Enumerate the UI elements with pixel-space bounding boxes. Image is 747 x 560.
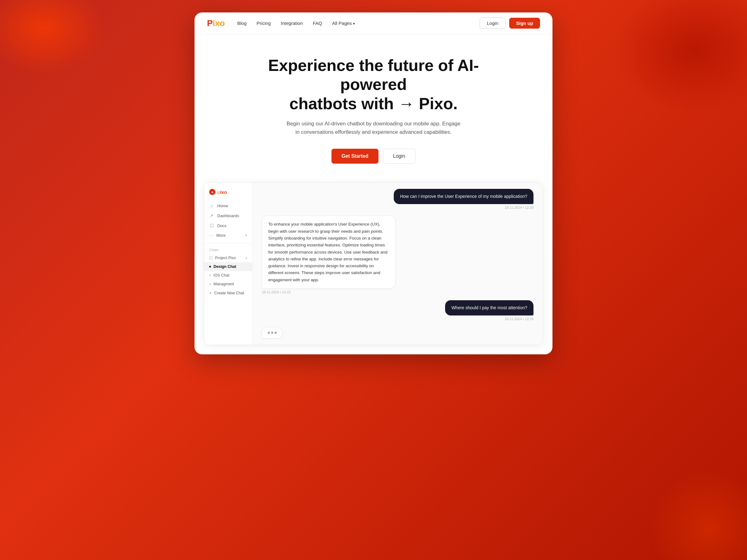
sidebar-item-home[interactable]: ⌂ Home	[204, 201, 252, 211]
typing-bubble	[262, 327, 283, 339]
chat-bullet-icon	[209, 283, 211, 285]
active-bullet-icon	[209, 266, 211, 268]
typing-dot-3	[275, 331, 277, 334]
project-pixo-chevron-icon: ▾	[246, 256, 247, 260]
nav-pricing[interactable]: Pricing	[256, 21, 271, 26]
ai-bubble-1: To enhance your mobile application's Use…	[262, 216, 395, 288]
all-pages-chevron-icon	[353, 21, 355, 26]
nav-blog[interactable]: Blog	[237, 21, 247, 26]
chats-section-label: Chats	[204, 247, 252, 254]
create-new-chat-button[interactable]: + Create New Chat	[204, 288, 252, 298]
navbar: Pixo Blog Pricing Integration FAQ All Pa…	[195, 12, 552, 34]
app-preview: ● pixo ⌂ Home ↗ Dashboards ☐ Docs ··· Mo…	[204, 182, 543, 345]
main-card: Pixo Blog Pricing Integration FAQ All Pa…	[195, 12, 552, 354]
docs-icon: ☐	[209, 223, 214, 228]
more-dots-icon: ···	[209, 233, 213, 238]
msg-timestamp-3: 18.11.2024 • 12:29	[505, 317, 534, 321]
dashboards-icon: ↗	[209, 213, 214, 218]
logo-text: P	[207, 18, 212, 28]
hero-subtitle: Begin using our AI-driven chatbot by dow…	[286, 119, 461, 136]
nav-actions: Login Sign up	[480, 18, 540, 29]
user-message-2: Where should I pay the most attention? 1…	[262, 300, 534, 321]
nav-links: Blog Pricing Integration FAQ All Pages	[237, 21, 480, 26]
msg-timestamp-2: 18.11.2024 • 12:22	[262, 290, 291, 294]
bg-blob-tr	[616, 0, 747, 112]
sidebar-item-dashboards[interactable]: ↗ Dashboards	[204, 211, 252, 220]
hero-title: Experience the future of AI-powered chat…	[261, 56, 486, 113]
more-chevron-icon: ▾	[245, 233, 247, 237]
plus-icon: +	[209, 291, 212, 296]
ai-message-1: To enhance your mobile application's Use…	[262, 216, 534, 294]
bg-blob-br	[647, 466, 747, 560]
sidebar-logo-icon: ●	[209, 189, 215, 195]
sidebar-chat-managment[interactable]: Managment	[204, 280, 252, 288]
hero-actions: Get Started Login	[207, 149, 540, 164]
folder-icon: ☐	[209, 256, 212, 260]
typing-dot-1	[268, 331, 270, 334]
nav-all-pages[interactable]: All Pages	[332, 21, 355, 26]
hero-login-button[interactable]: Login	[383, 149, 415, 164]
msg-timestamp-1: 18.11.2024 • 12:20	[505, 206, 534, 209]
home-icon: ⌂	[209, 203, 214, 208]
logo-text-rest: ixo	[212, 18, 225, 28]
sidebar-item-docs[interactable]: ☐ Docs	[204, 220, 252, 231]
nav-integration[interactable]: Integration	[281, 21, 303, 26]
sidebar-logo[interactable]: ● pixo	[204, 187, 252, 201]
hero-section: Experience the future of AI-powered chat…	[195, 34, 552, 182]
user-bubble-1: How can I improve the User Experience of…	[394, 189, 534, 204]
user-message-1: How can I improve the User Experience of…	[262, 189, 534, 209]
logo[interactable]: Pixo	[207, 18, 225, 28]
user-bubble-2: Where should I pay the most attention?	[445, 300, 534, 316]
sidebar-chat-project-pixo[interactable]: ☐ Project Pixo ▾	[204, 254, 252, 262]
nav-login-button[interactable]: Login	[480, 18, 506, 29]
chat-area: How can I improve the User Experience of…	[252, 183, 543, 344]
typing-dot-2	[271, 331, 273, 334]
sidebar-chat-design-chat[interactable]: Design Chat	[204, 262, 252, 271]
sidebar-item-more[interactable]: ··· More ▾	[204, 231, 252, 240]
sidebar: ● pixo ⌂ Home ↗ Dashboards ☐ Docs ··· Mo…	[204, 183, 252, 344]
nav-signup-button[interactable]: Sign up	[509, 18, 540, 29]
bg-blob-tl	[0, 0, 106, 75]
sidebar-chat-ios[interactable]: iOS Chat	[204, 271, 252, 280]
sidebar-logo-text: pixo	[217, 189, 227, 195]
sidebar-divider	[204, 243, 252, 244]
chat-bullet-icon	[209, 274, 211, 276]
get-started-button[interactable]: Get Started	[332, 149, 378, 164]
typing-indicator	[262, 327, 534, 339]
nav-faq[interactable]: FAQ	[313, 21, 322, 26]
